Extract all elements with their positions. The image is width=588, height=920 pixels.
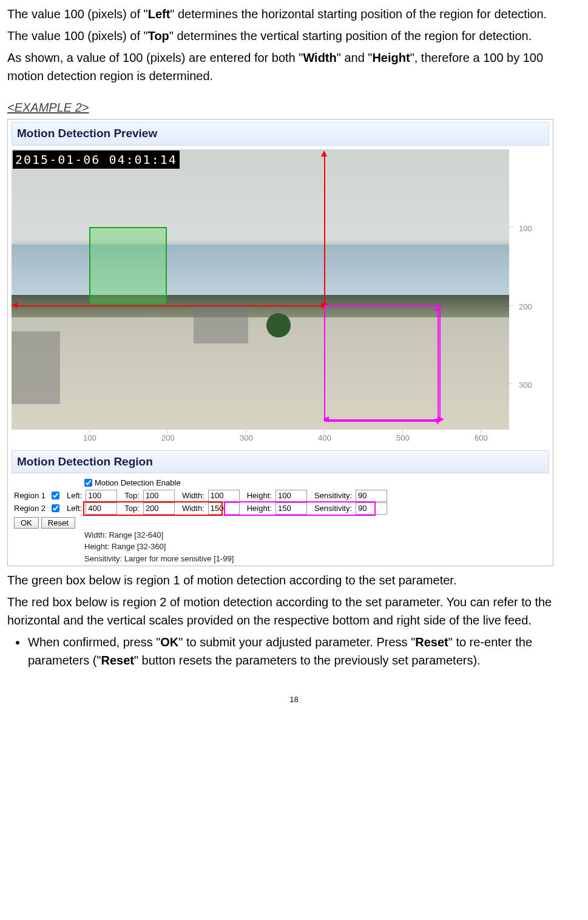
region1-box [89, 227, 167, 305]
motion-enable-label: Motion Detection Enable [95, 477, 181, 489]
region1-checkbox[interactable] [52, 492, 59, 499]
motion-enable-checkbox[interactable] [84, 479, 92, 487]
red-horizontal-arrow [13, 305, 322, 306]
bold-height: Height [372, 51, 410, 64]
label-height: Height: [247, 502, 272, 515]
region1-left-input[interactable] [86, 490, 117, 502]
arrow-head-icon [12, 302, 18, 308]
red-vertical-arrow [324, 152, 325, 305]
label-sensitivity: Sensitivity: [314, 490, 352, 502]
region2-top-input[interactable] [143, 502, 175, 515]
hint-height: Height: Range [32-360] [12, 541, 549, 553]
enable-row: Motion Detection Enable [12, 477, 549, 489]
x-tick-label: 100 [83, 432, 96, 444]
region1-width-input[interactable] [208, 490, 240, 502]
text: The value 100 (pixels) of " [7, 7, 148, 21]
bullet-icon: ● [7, 633, 28, 669]
text: " to submit your adjusted parameter. Pre… [178, 635, 415, 649]
tick [509, 305, 513, 306]
label-top: Top: [124, 502, 140, 515]
region2-sens-input[interactable] [356, 502, 387, 515]
ok-button[interactable]: OK [14, 517, 39, 529]
x-tick-label: 600 [475, 432, 488, 444]
text: The value 100 (pixels) of " [7, 29, 148, 42]
example-heading: <EXAMPLE 2> [7, 98, 581, 117]
text: " button resets the parameters to the pr… [134, 654, 481, 667]
label-left: Left: [67, 502, 82, 515]
intro-top-paragraph: The value 100 (pixels) of "Top" determin… [7, 27, 581, 45]
label-left: Left: [67, 490, 82, 502]
bullet-item: ● When confirmed, press "OK" to submit y… [7, 633, 581, 669]
text: As shown, a value of 100 (pixels) are en… [7, 51, 303, 64]
y-tick-label: 200 [519, 301, 532, 313]
bold-width: Width [303, 51, 336, 64]
after-text: The green box below is region 1 of motio… [7, 571, 581, 669]
bold-left: Left [148, 7, 171, 21]
page-number: 18 [7, 694, 581, 706]
preview-header: Motion Detection Preview [12, 122, 549, 146]
region2-width-input[interactable] [208, 502, 240, 515]
label-top: Top: [124, 490, 140, 502]
reset-button[interactable]: Reset [41, 517, 75, 529]
after-p2: The red box below is region 2 of motion … [7, 593, 581, 629]
text: When confirmed, press " [28, 635, 160, 649]
text: " determines the vertical starting posit… [169, 29, 532, 42]
label-width: Width: [182, 490, 204, 502]
region2-checkbox[interactable] [52, 504, 59, 512]
region1-sens-input[interactable] [356, 490, 387, 502]
screenshot-panel: Motion Detection Preview 2015-01-06 04:0… [7, 119, 553, 566]
bold-reset2: Reset [101, 654, 133, 667]
x-tick-label: 300 [240, 432, 253, 444]
label-height: Height: [247, 490, 272, 502]
intro-left-paragraph: The value 100 (pixels) of "Left" determi… [7, 5, 581, 23]
region-header: Motion Detection Region [12, 450, 549, 474]
region2-label: Region 2 [14, 502, 49, 515]
tick [509, 384, 513, 384]
magenta-height-arrow [438, 307, 439, 420]
x-tick-label: 500 [396, 432, 410, 444]
arrow-head-icon [323, 416, 329, 422]
x-tick-label: 200 [161, 432, 175, 444]
bold-ok: OK [160, 635, 178, 649]
hint-sensitivity: Sensitivity: Larger for more sensitive [… [12, 553, 549, 565]
tick [509, 227, 513, 228]
y-tick-label: 100 [519, 223, 532, 235]
region2-left-input[interactable] [86, 502, 117, 515]
arrow-head-icon [434, 419, 441, 425]
magenta-width-arrow [325, 419, 439, 421]
preview-area: 2015-01-06 04:01:14 100 200 300 400 500 [12, 149, 543, 435]
label-width: Width: [182, 502, 204, 515]
region2-height-input[interactable] [275, 502, 307, 515]
bullet-text: When confirmed, press "OK" to submit you… [28, 633, 581, 669]
arrow-head-icon [434, 305, 441, 311]
label-sensitivity: Sensitivity: [314, 502, 352, 515]
timestamp-overlay: 2015-01-06 04:01:14 [13, 151, 180, 169]
after-p1: The green box below is region 1 of motio… [7, 571, 581, 589]
x-tick-label: 400 [318, 432, 331, 444]
region1-label: Region 1 [14, 490, 49, 502]
buttons-row: OK Reset [12, 517, 549, 529]
y-tick-label: 300 [519, 379, 532, 391]
region1-top-input[interactable] [143, 490, 175, 502]
intro-wh-paragraph: As shown, a value of 100 (pixels) are en… [7, 49, 581, 85]
region2-box [324, 305, 441, 422]
region-form: Motion Detection Enable Region 1 Left: T… [12, 477, 549, 564]
text: " determines the horizontal starting pos… [170, 7, 547, 21]
arrow-head-icon [321, 151, 327, 157]
region1-height-input[interactable] [275, 490, 307, 502]
bold-top: Top [148, 29, 169, 42]
region1-row: Region 1 Left: Top: Width: Height: Sensi… [12, 490, 549, 502]
region2-row: Region 2 Left: Top: Width: Height: Sensi… [12, 502, 549, 515]
hint-width: Width: Range [32-640] [12, 529, 549, 541]
bold-reset: Reset [415, 635, 448, 649]
text: " and " [337, 51, 373, 64]
